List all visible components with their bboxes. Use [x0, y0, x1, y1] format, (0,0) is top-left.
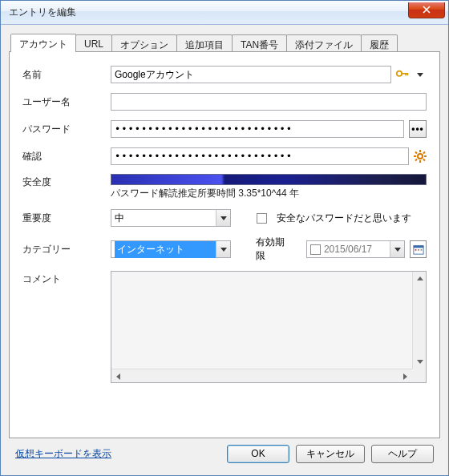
tab-additional[interactable]: 追加項目 — [176, 34, 233, 51]
label-category: カテゴリー — [22, 243, 111, 256]
scroll-right-icon[interactable] — [398, 369, 412, 383]
label-name: 名前 — [22, 68, 111, 82]
row-name: 名前 — [22, 65, 427, 84]
ok-button[interactable]: OK — [227, 445, 289, 463]
tab-account[interactable]: アカウント — [10, 34, 76, 52]
svg-rect-6 — [419, 160, 421, 163]
name-dropdown-icon[interactable] — [417, 73, 423, 77]
svg-rect-8 — [424, 155, 427, 157]
svg-rect-14 — [413, 246, 423, 248]
calendar-icon — [413, 244, 424, 255]
svg-rect-11 — [415, 159, 418, 162]
row-confirm: 確認 — [22, 147, 427, 166]
expiry-checkbox[interactable] — [310, 244, 321, 255]
safe-password-checkbox[interactable] — [257, 213, 267, 224]
tab-options[interactable]: オプション — [111, 34, 177, 51]
row-strength: 安全度 パスワード解読推定所要時間 3.35*10^44 年 — [22, 174, 427, 200]
chevron-down-icon — [216, 210, 230, 226]
svg-rect-2 — [405, 73, 407, 75]
virtual-keyboard-link[interactable]: 仮想キーボードを表示 — [15, 447, 111, 461]
tab-panel-account: 名前 ユーザー名 パスワード — [9, 51, 440, 438]
edit-entry-dialog: エントリを編集 アカウント URL オプション 追加項目 TAN番号 添付ファイ… — [0, 0, 449, 476]
chevron-down-icon — [216, 241, 230, 257]
titlebar: エントリを編集 — [1, 1, 448, 25]
svg-rect-16 — [418, 249, 419, 251]
row-importance: 重要度 中 安全なパスワードだと思います — [22, 208, 427, 228]
gear-icon[interactable] — [414, 150, 427, 163]
svg-rect-10 — [423, 151, 426, 155]
calendar-button[interactable] — [410, 240, 427, 258]
label-username: ユーザー名 — [22, 95, 111, 109]
client-area: アカウント URL オプション 追加項目 TAN番号 添付ファイル 履歴 名前 — [1, 25, 448, 475]
label-strength: 安全度 — [22, 174, 111, 189]
svg-rect-15 — [415, 249, 416, 251]
close-icon — [423, 6, 431, 14]
key-icon — [396, 70, 409, 79]
strength-bar — [111, 174, 427, 185]
svg-rect-7 — [414, 155, 416, 157]
svg-point-0 — [397, 71, 402, 76]
password-input[interactable] — [111, 120, 404, 138]
row-password: パスワード ••• — [22, 119, 427, 139]
importance-combo[interactable]: 中 — [111, 209, 231, 227]
label-expiry: 有効期限 — [256, 236, 292, 263]
help-button[interactable]: ヘルプ — [371, 445, 434, 463]
scroll-down-icon[interactable] — [413, 355, 427, 369]
svg-rect-1 — [401, 73, 407, 75]
safe-password-label: 安全なパスワードだと思います — [277, 212, 411, 225]
reveal-password-button[interactable]: ••• — [409, 120, 427, 138]
row-comment: コメント — [22, 271, 427, 430]
label-importance: 重要度 — [22, 212, 111, 225]
scrollbar-vertical[interactable] — [412, 272, 426, 369]
scroll-left-icon[interactable] — [111, 369, 125, 383]
name-input[interactable] — [111, 66, 391, 83]
cancel-button[interactable]: キャンセル — [296, 445, 365, 463]
confirm-input[interactable] — [111, 147, 409, 165]
category-combo[interactable]: インターネット — [111, 240, 231, 258]
svg-rect-3 — [407, 73, 409, 75]
expiry-date-input[interactable]: 2015/06/17 — [306, 240, 405, 258]
svg-rect-12 — [423, 159, 426, 162]
label-comment: コメント — [22, 271, 111, 286]
scrollbar-horizontal[interactable] — [111, 369, 412, 382]
row-category: カテゴリー インターネット 有効期限 2015/06/17 — [22, 236, 427, 263]
strength-text: パスワード解読推定所要時間 3.35*10^44 年 — [111, 187, 427, 200]
chevron-down-icon — [390, 241, 404, 257]
svg-rect-9 — [415, 151, 418, 155]
svg-point-4 — [418, 154, 423, 159]
scroll-corner — [412, 369, 426, 382]
label-confirm: 確認 — [22, 150, 111, 163]
tab-tan[interactable]: TAN番号 — [232, 34, 287, 51]
tab-strip: アカウント URL オプション 追加項目 TAN番号 添付ファイル 履歴 — [9, 33, 440, 51]
tab-url[interactable]: URL — [75, 34, 112, 51]
username-input[interactable] — [111, 93, 427, 111]
tab-attachments[interactable]: 添付ファイル — [286, 34, 362, 51]
scroll-up-icon[interactable] — [413, 272, 427, 285]
window-title: エントリを編集 — [9, 6, 408, 19]
tab-history[interactable]: 履歴 — [361, 34, 398, 51]
comment-textarea[interactable] — [111, 271, 427, 383]
svg-rect-17 — [420, 249, 422, 251]
row-username: ユーザー名 — [22, 92, 427, 111]
dialog-footer: 仮想キーボードを表示 OK キャンセル ヘルプ — [9, 438, 440, 469]
label-password: パスワード — [22, 123, 111, 136]
svg-rect-5 — [419, 150, 421, 152]
close-button[interactable] — [408, 2, 445, 18]
